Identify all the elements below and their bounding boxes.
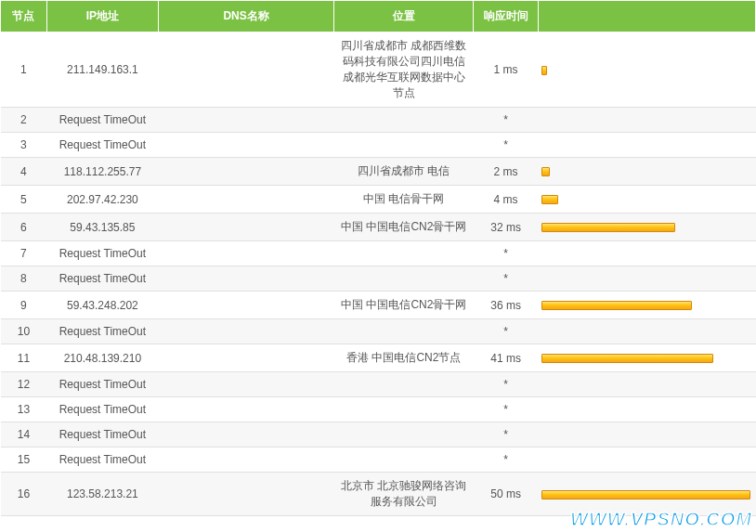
cell-node: 4 <box>1 158 47 186</box>
latency-bar <box>541 354 713 363</box>
table-row: 10Request TimeOut* <box>1 319 756 344</box>
cell-ip: Request TimeOut <box>46 422 158 448</box>
cell-node: 12 <box>1 372 47 397</box>
cell-location <box>334 241 474 266</box>
cell-response: 50 ms <box>474 473 539 516</box>
cell-node: 7 <box>1 241 47 266</box>
cell-ip: Request TimeOut <box>46 266 158 292</box>
cell-ip: 202.97.42.230 <box>46 186 158 214</box>
cell-response: * <box>474 108 539 133</box>
cell-dns <box>158 108 334 133</box>
cell-ip: Request TimeOut <box>46 397 158 422</box>
cell-ip: 59.43.248.202 <box>46 292 158 319</box>
table-row: 959.43.248.202中国 中国电信CN2骨干网36 ms <box>1 292 756 319</box>
cell-dns <box>158 473 334 516</box>
table-row: 3Request TimeOut* <box>1 133 756 158</box>
cell-ip: Request TimeOut <box>46 241 158 266</box>
header-node: 节点 <box>1 1 47 32</box>
header-location: 位置 <box>334 1 474 32</box>
table-row: 8Request TimeOut* <box>1 266 756 292</box>
cell-ip: 211.149.163.1 <box>46 32 158 108</box>
cell-ip: 210.48.139.210 <box>46 344 158 372</box>
latency-bar <box>541 195 558 204</box>
cell-ip: 59.43.135.85 <box>46 214 158 241</box>
cell-bar <box>538 344 755 372</box>
cell-node: 5 <box>1 186 47 214</box>
cell-response: * <box>474 266 539 292</box>
header-dns: DNS名称 <box>158 1 334 32</box>
header-response: 响应时间 <box>474 1 539 32</box>
table-row: 16123.58.213.21北京市 北京驰骏网络咨询服务有限公司50 ms <box>1 473 756 516</box>
cell-node: 15 <box>1 448 47 473</box>
cell-location: 四川省成都市 电信 <box>334 158 474 186</box>
table-row: 7Request TimeOut* <box>1 241 756 266</box>
cell-response: * <box>474 448 539 473</box>
header-ip: IP地址 <box>46 1 158 32</box>
cell-ip: Request TimeOut <box>46 133 158 158</box>
cell-location <box>334 266 474 292</box>
cell-response: * <box>474 372 539 397</box>
cell-dns <box>158 32 334 108</box>
cell-location <box>334 133 474 158</box>
cell-response: 4 ms <box>474 186 539 214</box>
cell-location <box>334 448 474 473</box>
cell-bar <box>538 266 755 292</box>
cell-bar <box>538 473 755 516</box>
cell-location: 香港 中国电信CN2节点 <box>334 344 474 372</box>
cell-dns <box>158 186 334 214</box>
cell-dns <box>158 158 334 186</box>
cell-response: * <box>474 422 539 448</box>
cell-bar <box>538 422 755 448</box>
cell-bar <box>538 397 755 422</box>
table-row: 11210.48.139.210香港 中国电信CN2节点41 ms <box>1 344 756 372</box>
traceroute-table: 节点 IP地址 DNS名称 位置 响应时间 1211.149.163.1四川省成… <box>0 0 756 516</box>
table-row: 13Request TimeOut* <box>1 397 756 422</box>
latency-bar <box>541 66 547 75</box>
cell-node: 6 <box>1 214 47 241</box>
cell-bar <box>538 108 755 133</box>
header-bar <box>538 1 755 32</box>
table-row: 1211.149.163.1四川省成都市 成都西维数码科技有限公司四川电信成都光… <box>1 32 756 108</box>
cell-dns <box>158 397 334 422</box>
table-row: 2Request TimeOut* <box>1 108 756 133</box>
cell-ip: Request TimeOut <box>46 448 158 473</box>
cell-ip: Request TimeOut <box>46 372 158 397</box>
cell-dns <box>158 266 334 292</box>
cell-response: 36 ms <box>474 292 539 319</box>
cell-location: 北京市 北京驰骏网络咨询服务有限公司 <box>334 473 474 516</box>
cell-bar <box>538 32 755 108</box>
cell-bar <box>538 372 755 397</box>
cell-dns <box>158 292 334 319</box>
cell-location: 中国 电信骨干网 <box>334 186 474 214</box>
cell-location <box>334 372 474 397</box>
cell-response: 2 ms <box>474 158 539 186</box>
cell-bar <box>538 186 755 214</box>
cell-bar <box>538 292 755 319</box>
cell-node: 11 <box>1 344 47 372</box>
cell-bar <box>538 241 755 266</box>
table-row: 14Request TimeOut* <box>1 422 756 448</box>
latency-bar <box>541 223 675 232</box>
cell-node: 8 <box>1 266 47 292</box>
latency-bar <box>541 301 692 310</box>
cell-response: * <box>474 319 539 344</box>
cell-node: 14 <box>1 422 47 448</box>
cell-dns <box>158 319 334 344</box>
latency-bar <box>541 490 750 500</box>
cell-dns <box>158 214 334 241</box>
cell-dns <box>158 133 334 158</box>
cell-ip: 123.58.213.21 <box>46 473 158 516</box>
table-row: 5202.97.42.230中国 电信骨干网4 ms <box>1 186 756 214</box>
cell-location <box>334 319 474 344</box>
cell-location <box>334 108 474 133</box>
cell-node: 2 <box>1 108 47 133</box>
cell-response: * <box>474 241 539 266</box>
cell-response: 32 ms <box>474 214 539 241</box>
cell-response: * <box>474 397 539 422</box>
table-header-row: 节点 IP地址 DNS名称 位置 响应时间 <box>1 1 756 32</box>
cell-node: 10 <box>1 319 47 344</box>
table-row: 4118.112.255.77四川省成都市 电信2 ms <box>1 158 756 186</box>
cell-node: 9 <box>1 292 47 319</box>
cell-response: 41 ms <box>474 344 539 372</box>
cell-location <box>334 397 474 422</box>
